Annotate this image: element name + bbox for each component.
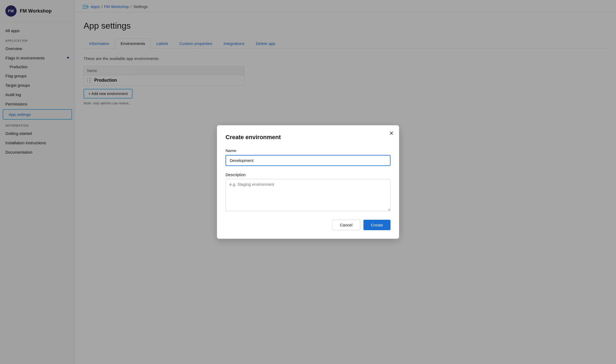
modal-close-button[interactable]: ✕ [389, 131, 394, 136]
modal-overlay: Create environment ✕ Name Description Ca… [0, 0, 616, 364]
name-label: Name [226, 148, 390, 153]
modal-title: Create environment [226, 134, 390, 141]
create-environment-modal: Create environment ✕ Name Description Ca… [217, 125, 399, 239]
create-button[interactable]: Create [363, 220, 390, 230]
description-label: Description [226, 172, 390, 177]
modal-footer: Cancel Create [226, 220, 390, 230]
cancel-button[interactable]: Cancel [332, 220, 360, 230]
name-input[interactable] [226, 155, 390, 166]
description-textarea[interactable] [226, 179, 390, 211]
